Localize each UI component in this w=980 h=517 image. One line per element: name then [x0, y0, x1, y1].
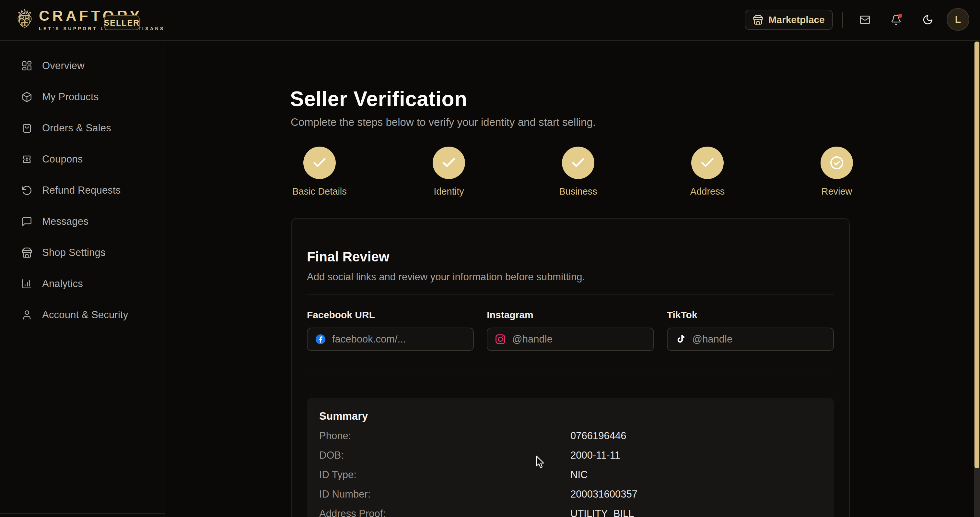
sidebar-item-label: Messages: [42, 216, 89, 227]
facebook-input-wrap: [307, 327, 474, 351]
marketplace-button[interactable]: Marketplace: [745, 10, 833, 30]
step-identity[interactable]: Identity: [400, 147, 498, 197]
instagram-input[interactable]: [512, 333, 646, 345]
brand-tagline: LET'S SUPPORT LOCAL ARTISANS: [39, 26, 165, 31]
summary-panel: Summary Phone: 0766196446 DOB: 2000-11-1…: [307, 397, 834, 517]
step-complete-circle: [691, 147, 724, 179]
sidebar: Overview My Products Orders & Sales: [0, 41, 165, 517]
avatar-initial: L: [955, 14, 961, 25]
tiktok-input-wrap: [667, 327, 834, 351]
ticket-icon: [21, 154, 32, 165]
facebook-icon: [315, 333, 326, 345]
step-label: Business: [559, 186, 597, 197]
tiktok-field-label: TikTok: [667, 310, 834, 321]
summary-title: Summary: [319, 410, 821, 422]
marketplace-label: Marketplace: [768, 14, 824, 25]
step-review[interactable]: Review: [788, 147, 885, 197]
summary-label: ID Number:: [319, 488, 570, 500]
summary-row-dob: DOB: 2000-11-11: [319, 450, 821, 461]
instagram-icon: [495, 333, 506, 345]
sidebar-item-shop-settings[interactable]: Shop Settings: [0, 237, 165, 268]
sidebar-item-coupons[interactable]: Coupons: [0, 144, 165, 175]
card-subtitle: Add social links and review your informa…: [307, 271, 834, 283]
sidebar-item-analytics[interactable]: Analytics: [0, 268, 165, 299]
sidebar-item-label: Coupons: [42, 153, 83, 165]
circle-check-icon: [829, 155, 845, 171]
summary-value: 0766196446: [570, 430, 821, 442]
summary-row-phone: Phone: 0766196446: [319, 430, 821, 442]
package-icon: [21, 91, 32, 102]
facebook-field: Facebook URL: [307, 310, 474, 351]
sidebar-item-account-security[interactable]: Account & Security: [0, 299, 165, 330]
sidebar-item-label: My Products: [42, 91, 99, 103]
step-label: Identity: [434, 186, 464, 197]
facebook-field-label: Facebook URL: [307, 310, 474, 321]
tiktok-icon: [675, 333, 686, 345]
app-window: CRAFTORY LET'S SUPPORT LOCAL ARTISANS SE…: [0, 0, 980, 517]
card-divider: [307, 295, 834, 295]
sidebar-item-refund-requests[interactable]: Refund Requests: [0, 175, 165, 206]
step-label: Address: [690, 186, 725, 197]
page-subtitle: Complete the steps below to verify your …: [291, 116, 596, 128]
step-address[interactable]: Address: [659, 147, 756, 197]
top-bar: CRAFTORY LET'S SUPPORT LOCAL ARTISANS SE…: [0, 0, 980, 41]
summary-value: 200031600357: [570, 488, 821, 500]
summary-value: 2000-11-11: [570, 450, 821, 461]
storefront-icon: [753, 14, 763, 25]
summary-row-address-proof: Address Proof: UTILITY_BILL: [319, 508, 821, 517]
mouse-cursor: [535, 455, 545, 470]
summary-label: ID Type:: [319, 469, 570, 481]
mail-icon[interactable]: [859, 14, 870, 25]
step-business[interactable]: Business: [530, 147, 627, 197]
check-icon: [700, 155, 715, 171]
card-title: Final Review: [307, 249, 834, 265]
seller-badge: SELLER: [104, 15, 140, 30]
step-current-circle: [821, 147, 853, 179]
summary-value: UTILITY_BILL: [570, 508, 821, 517]
sidebar-item-label: Account & Security: [42, 309, 128, 321]
facebook-input[interactable]: [332, 333, 466, 345]
summary-label: Phone:: [319, 430, 570, 442]
summary-row-id-number: ID Number: 200031600357: [319, 488, 821, 500]
check-icon: [312, 155, 327, 171]
sidebar-item-label: Shop Settings: [42, 247, 106, 258]
brand-name: CRAFTORY: [39, 8, 165, 23]
scrollbar-thumb[interactable]: [975, 41, 979, 468]
notification-badge-dot: [898, 14, 902, 18]
page-title: Seller Verification: [290, 87, 467, 111]
brand-logo[interactable]: CRAFTORY LET'S SUPPORT LOCAL ARTISANS: [15, 8, 165, 31]
sidebar-item-my-products[interactable]: My Products: [0, 81, 165, 113]
card-divider: [307, 373, 834, 374]
sidebar-item-messages[interactable]: Messages: [0, 206, 165, 237]
user-icon: [21, 310, 32, 321]
refund-icon: [21, 185, 32, 196]
tiktok-input[interactable]: [692, 333, 826, 345]
step-complete-circle: [433, 147, 465, 179]
sidebar-bottom-divider: [0, 513, 165, 514]
analytics-icon: [21, 278, 32, 289]
brand-text: CRAFTORY LET'S SUPPORT LOCAL ARTISANS: [39, 8, 165, 31]
sidebar-item-orders-sales[interactable]: Orders & Sales: [0, 113, 165, 144]
summary-label: DOB:: [319, 450, 570, 461]
sidebar-nav: Overview My Products Orders & Sales: [0, 41, 165, 330]
shopping-bag-icon: [21, 123, 32, 134]
tiktok-field: TikTok: [667, 310, 834, 351]
instagram-field-label: Instagram: [487, 310, 654, 321]
craftory-mask-icon: [15, 9, 34, 31]
step-complete-circle: [303, 147, 336, 179]
step-complete-circle: [562, 147, 594, 179]
dark-mode-moon-icon[interactable]: [922, 14, 933, 25]
user-avatar[interactable]: L: [947, 8, 969, 31]
summary-label: Address Proof:: [319, 508, 570, 517]
step-label: Review: [821, 186, 852, 197]
sidebar-item-overview[interactable]: Overview: [0, 50, 165, 81]
sidebar-item-label: Analytics: [42, 278, 83, 290]
step-basic-details[interactable]: Basic Details: [271, 147, 368, 197]
messages-icon: [21, 216, 32, 227]
step-label: Basic Details: [292, 186, 347, 197]
summary-value: NIC: [570, 469, 821, 481]
check-icon: [441, 155, 457, 171]
summary-row-id-type: ID Type: NIC: [319, 469, 821, 481]
instagram-input-wrap: [487, 327, 654, 351]
header-divider: [842, 12, 843, 27]
